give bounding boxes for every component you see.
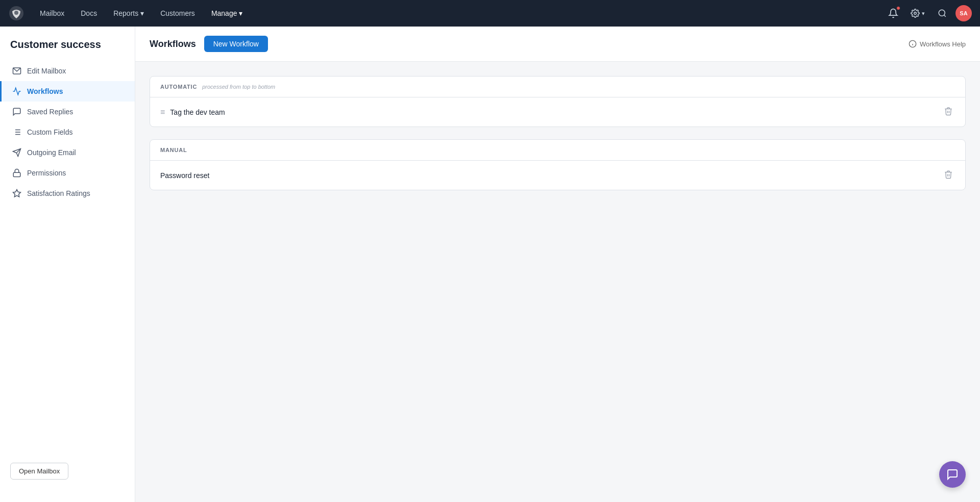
workflow-item-left: Password reset [160,171,209,180]
manage-chevron-icon: ▾ [239,9,242,17]
manual-section-header: MANUAL [150,140,965,161]
sidebar-item-label: Saved Replies [27,108,73,116]
search-button[interactable] [933,4,951,22]
svg-marker-15 [13,190,21,197]
logo[interactable] [8,5,24,21]
saved-replies-icon [12,107,22,117]
trash-icon [944,170,953,179]
sidebar-item-outgoing-email[interactable]: Outgoing Email [0,142,135,163]
workflow-item[interactable]: ≡ Tag the dev team [150,97,965,127]
sidebar-footer: Open Mailbox [0,453,135,490]
satisfaction-icon [12,188,22,198]
new-workflow-button[interactable]: New Workflow [204,36,268,52]
sidebar-item-label: Outgoing Email [27,148,76,157]
sidebar-item-workflows[interactable]: Workflows [0,81,135,102]
sidebar-item-custom-fields[interactable]: Custom Fields [0,122,135,142]
workflow-item[interactable]: Password reset [150,161,965,190]
workflows-body: AUTOMATIC processed from top to bottom ≡… [135,62,980,217]
chat-support-button[interactable] [939,461,966,488]
nav-mailbox[interactable]: Mailbox [33,6,71,20]
chat-icon [946,468,959,481]
manual-section: MANUAL Password reset [150,139,966,190]
notification-badge [896,6,900,10]
reports-chevron-icon: ▾ [140,9,144,17]
svg-point-1 [14,11,18,15]
top-navigation: Mailbox Docs Reports ▾ Customers Manage … [0,0,980,27]
automatic-section: AUTOMATIC processed from top to bottom ≡… [150,76,966,127]
workflow-name: Tag the dev team [170,108,225,116]
sidebar-nav: Edit Mailbox Workflows Saved Replies [0,61,135,453]
page-title: Workflows [150,39,196,49]
nav-manage[interactable]: Manage ▾ [204,6,250,20]
outgoing-email-icon [12,147,22,158]
automatic-section-label: AUTOMATIC [160,84,197,90]
svg-point-3 [939,10,945,16]
nav-actions: ▾ SA [884,4,972,22]
workflow-name: Password reset [160,171,209,180]
sidebar-item-label: Permissions [27,169,66,177]
header-left: Workflows New Workflow [150,36,268,52]
notifications-button[interactable] [884,4,902,22]
nav-reports[interactable]: Reports ▾ [106,6,151,20]
mailbox-icon [12,66,22,76]
main-content: Workflows New Workflow Workflows Help AU… [135,27,980,502]
sidebar-item-satisfaction-ratings[interactable]: Satisfaction Ratings [0,183,135,204]
sidebar-title: Customer success [0,39,135,61]
sidebar-item-edit-mailbox[interactable]: Edit Mailbox [0,61,135,81]
workflows-help-label: Workflows Help [920,40,966,48]
svg-point-2 [914,12,917,15]
info-icon [909,40,917,48]
manual-section-label: MANUAL [160,147,187,153]
settings-chevron-icon: ▾ [922,10,925,17]
automatic-section-header: AUTOMATIC processed from top to bottom [150,77,965,97]
svg-line-4 [944,15,945,16]
sidebar-item-label: Custom Fields [27,128,72,136]
settings-button[interactable]: ▾ [906,7,929,20]
sidebar-item-saved-replies[interactable]: Saved Replies [0,102,135,122]
sidebar-item-label: Workflows [27,87,63,95]
user-avatar[interactable]: SA [955,5,972,21]
nav-links: Mailbox Docs Reports ▾ Customers Manage … [33,6,884,20]
main-header: Workflows New Workflow Workflows Help [135,27,980,62]
sidebar: Customer success Edit Mailbox Workflo [0,27,135,502]
sidebar-item-label: Edit Mailbox [27,67,66,75]
automatic-section-sublabel: processed from top to bottom [202,84,275,90]
nav-docs[interactable]: Docs [74,6,104,20]
drag-handle-icon: ≡ [160,108,165,117]
sidebar-item-permissions[interactable]: Permissions [0,163,135,183]
delete-workflow-button[interactable] [942,105,955,119]
custom-fields-icon [12,127,22,137]
workflows-help-link[interactable]: Workflows Help [909,40,966,48]
sidebar-item-label: Satisfaction Ratings [27,189,90,197]
trash-icon [944,107,953,116]
nav-customers[interactable]: Customers [153,6,202,20]
workflows-icon [12,86,22,96]
permissions-icon [12,168,22,178]
app-layout: Customer success Edit Mailbox Workflo [0,0,980,502]
open-mailbox-button[interactable]: Open Mailbox [10,463,68,480]
workflow-item-left: ≡ Tag the dev team [160,108,225,117]
delete-workflow-button[interactable] [942,168,955,183]
svg-rect-14 [13,172,20,177]
